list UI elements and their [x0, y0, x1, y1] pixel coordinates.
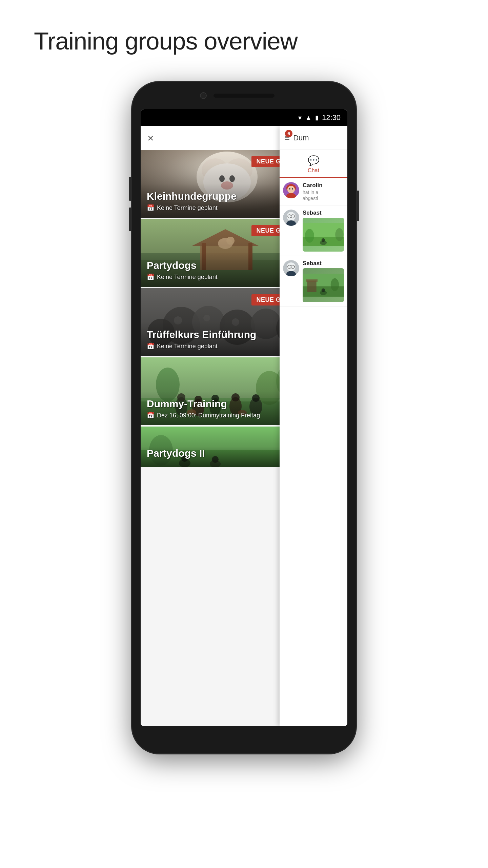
sebastian-2-name: Sebast: [303, 260, 344, 267]
chat-image-1: [303, 218, 344, 252]
group-date-4: 📅 Dez 16, 09:00: Dummytraining Freitag: [147, 412, 260, 419]
calendar-icon-2: 📅: [147, 273, 154, 281]
date-text-3: Keine Termine geplant: [157, 343, 218, 350]
date-text-2: Keine Termine geplant: [157, 274, 218, 281]
close-button[interactable]: ×: [147, 132, 154, 144]
power-button: [357, 191, 359, 221]
phone-mockup: ▾ ▲ ▮ 12:30 ×: [132, 82, 356, 753]
caroline-name: Carolin: [303, 182, 344, 189]
status-icons: ▾ ▲ ▮ 12:30: [298, 113, 341, 122]
page-title: Training groups overview: [0, 0, 488, 75]
phone-shell: ▾ ▲ ▮ 12:30 ×: [132, 82, 356, 753]
chat-tab-label: Chat: [308, 167, 319, 174]
caroline-preview-1: hat in a: [303, 190, 344, 195]
phone-speaker: [214, 94, 274, 98]
card-info-2: Partydogs 📅 Keine Termine geplant: [147, 260, 218, 281]
svg-point-59: [292, 188, 293, 190]
caroline-preview-2: abgesti: [303, 196, 344, 201]
avatar-sebastian-1: [283, 210, 299, 226]
card-info-5: Partydogs II: [147, 448, 205, 461]
svg-point-84: [331, 278, 339, 291]
svg-point-71: [305, 229, 314, 243]
group-title-2: Partydogs: [147, 260, 218, 271]
screen-content: ×: [141, 126, 347, 726]
chat-item-sebastian-2[interactable]: Sebast: [280, 256, 347, 307]
avatar-sebastian-2: [283, 260, 299, 276]
group-date-1: 📅 Keine Termine geplant: [147, 204, 237, 212]
svg-point-72: [335, 228, 343, 241]
battery-icon: ▮: [315, 114, 319, 121]
right-header: ≡ 6 Dum: [280, 126, 347, 150]
notification-badge: 6: [285, 130, 292, 137]
group-title-1: Kleinhundegruppe: [147, 191, 237, 202]
date-text-4: Dez 16, 09:00: Dummytraining Freitag: [157, 412, 260, 419]
svg-rect-85: [307, 280, 317, 292]
chat-panel: ≡ 6 Dum 💬 Chat: [280, 126, 347, 726]
chat-image-2: [303, 268, 344, 302]
right-header-title: Dum: [293, 134, 309, 142]
svg-point-57: [287, 186, 295, 193]
caroline-message-info: Carolin hat in a abgesti: [303, 182, 344, 201]
svg-point-74: [322, 238, 325, 242]
phone-screen: ▾ ▲ ▮ 12:30 ×: [141, 109, 347, 726]
chat-list: Carolin hat in a abgesti: [280, 178, 347, 726]
calendar-icon-1: 📅: [147, 204, 154, 212]
group-title-4: Dummy-Training: [147, 398, 260, 410]
volume-down-button: [129, 208, 131, 231]
svg-rect-86: [306, 279, 318, 282]
avatar-caroline: [283, 182, 299, 198]
chat-icon: 💬: [308, 155, 320, 166]
notification-container[interactable]: ≡ 6: [285, 133, 290, 143]
sebastian-1-name: Sebast: [303, 210, 344, 216]
wifi-icon: ▾: [298, 114, 302, 122]
card-info-4: Dummy-Training 📅 Dez 16, 09:00: Dummytra…: [147, 398, 260, 419]
chat-item-sebastian-1[interactable]: Sebast: [280, 205, 347, 256]
status-bar: ▾ ▲ ▮ 12:30: [141, 109, 347, 126]
date-text-1: Keine Termine geplant: [157, 204, 218, 212]
sebastian-2-message-info: Sebast: [303, 260, 344, 302]
status-time: 12:30: [322, 113, 341, 122]
group-date-2: 📅 Keine Termine geplant: [147, 273, 218, 281]
card-info-3: Trüffelkurs Einführung 📅 Keine Termine g…: [147, 329, 256, 350]
group-date-3: 📅 Keine Termine geplant: [147, 342, 256, 350]
group-title-3: Trüffelkurs Einführung: [147, 329, 256, 340]
chat-tab[interactable]: 💬 Chat: [280, 150, 347, 178]
phone-camera: [200, 92, 207, 99]
calendar-icon-4: 📅: [147, 412, 154, 419]
svg-point-58: [289, 188, 290, 190]
chat-item-caroline[interactable]: Carolin hat in a abgesti: [280, 178, 347, 205]
card-info-1: Kleinhundegruppe 📅 Keine Termine geplant: [147, 191, 237, 212]
volume-up-button: [129, 177, 131, 201]
sebastian-1-message-info: Sebast: [303, 210, 344, 252]
calendar-icon-3: 📅: [147, 342, 154, 350]
group-title-5: Partydogs II: [147, 448, 205, 459]
svg-point-88: [322, 288, 325, 292]
signal-icon: ▲: [305, 114, 312, 122]
